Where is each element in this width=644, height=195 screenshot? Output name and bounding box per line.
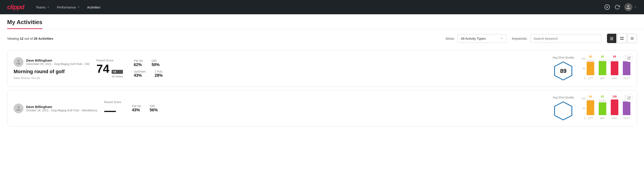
filter-bar: Viewing 12 out of 29 Activities Show: Al… [0, 29, 644, 48]
page-title: My Activities [7, 19, 42, 29]
avg-sq-label: Avg Shot Quality [552, 96, 574, 99]
card-left: Dave Billingham December 05, 2021 - Gog … [14, 57, 89, 80]
nav-links: Teams Performance Activities [33, 4, 103, 11]
round-score-group: Round Score 74 +4 18 Holes [96, 59, 123, 78]
add-icon[interactable] [604, 4, 610, 10]
activity-card: Dave Billingham December 05, 2021 - Gog … [7, 50, 637, 86]
show-label: Show: [446, 36, 455, 40]
svg-rect-12 [630, 38, 634, 38]
edit-button[interactable] [625, 94, 633, 102]
hexagon-container: Avg Shot Quality [552, 96, 574, 121]
chevron-down-icon [47, 6, 50, 9]
svg-rect-3 [610, 37, 613, 38]
navbar-left: clippd Teams Performance Activities [7, 4, 103, 11]
sub-stats: FW Hit 43% GIR 56% [132, 104, 158, 112]
data-source: Data Source: Arccos [14, 76, 89, 80]
round-score-label: Round Score [104, 100, 121, 104]
bar-col: 106 ARG [611, 95, 618, 120]
user-row: Dave Billingham December 05, 2021 - Gog … [14, 57, 89, 67]
y-axis: 100 50 0 [581, 97, 587, 120]
viewing-text: Viewing 12 out of 29 Activities [7, 36, 440, 40]
user-avatar-menu[interactable] [624, 3, 637, 11]
edit-icon [627, 56, 631, 60]
round-score-label: Round Score [96, 59, 123, 62]
activity-type-select[interactable]: All Activity Types [458, 34, 506, 43]
round-score-group: Round Score — [104, 100, 121, 116]
navbar: clippd Teams Performance Activities [0, 0, 644, 14]
page-content: My Activities Viewing 12 out of 29 Activ… [0, 14, 644, 195]
view-list-dense-button[interactable] [607, 34, 616, 43]
view-toggles [607, 34, 637, 43]
avatar [14, 57, 24, 67]
user-meta: December 05, 2021 - Gog Magog Golf Club … [26, 62, 89, 66]
list-dense-icon [610, 36, 614, 40]
gir-stat: GIR 50% [152, 59, 160, 67]
activity-title: Morning round of golf [14, 69, 89, 74]
avg-sq-label: Avg Shot Quality [552, 56, 574, 59]
keywords-filter-group: Keywords: [512, 34, 602, 43]
logo[interactable]: clippd [7, 4, 24, 11]
shot-quality-section: Avg Shot Quality 100 50 0 [552, 96, 630, 121]
score-row: — [104, 105, 121, 116]
activities-list: Dave Billingham December 05, 2021 - Gog … [0, 48, 644, 134]
hexagon-svg [553, 101, 573, 121]
svg-rect-11 [630, 37, 634, 38]
svg-rect-8 [622, 37, 624, 38]
list-icon [630, 36, 634, 40]
activity-card: Dave Billingham October 16, 2021 - Gog M… [7, 90, 637, 126]
chevron-down-icon [77, 6, 80, 9]
updown-stat: Up/Down 43% [134, 70, 146, 78]
bar-col: 90 APP [599, 55, 606, 80]
big-score: 74 [96, 63, 109, 74]
show-filter-group: Show: All Activity Types [446, 34, 506, 43]
hexagon [553, 101, 573, 121]
avatar[interactable] [624, 3, 632, 11]
search-input[interactable] [530, 34, 602, 43]
grid-icon [620, 36, 624, 40]
svg-rect-4 [610, 38, 613, 38]
card-left: Dave Billingham October 16, 2021 - Gog M… [14, 104, 97, 113]
user-name: Dave Billingham [26, 58, 89, 62]
user-row: Dave Billingham October 16, 2021 - Gog M… [14, 104, 97, 113]
nav-item-teams[interactable]: Teams [33, 4, 52, 11]
svg-rect-13 [630, 39, 634, 40]
nav-item-activities[interactable]: Activities [84, 4, 103, 11]
card-stats: Round Score — FW Hit 43% GIR [104, 100, 545, 116]
bar-col: 85 OTT [587, 55, 594, 80]
fw-hit-stat: FW Hit 43% [132, 104, 141, 112]
bar-chart: 100 50 0 85 OTT 90 [581, 57, 630, 80]
svg-rect-9 [620, 39, 622, 40]
score-badge: +4 [112, 70, 123, 74]
gir-stat: GIR 56% [150, 104, 158, 112]
fw-hit-stat: FW Hit 62% [134, 59, 142, 67]
svg-rect-6 [610, 40, 613, 40]
hexagon-value: 89 [560, 68, 566, 74]
bar-col: 94 OTT [587, 95, 594, 120]
big-score: — [104, 105, 116, 116]
shot-quality-section: Avg Shot Quality 89 100 50 0 [552, 56, 630, 81]
edit-button[interactable] [625, 54, 633, 62]
score-row: 74 +4 18 Holes [96, 63, 123, 78]
edit-icon [627, 96, 631, 100]
bar-col: 82 APP [599, 95, 606, 120]
hexagon: 89 [553, 61, 573, 81]
nav-item-performance[interactable]: Performance [54, 4, 83, 11]
one-putt-stat: 1 Putt 28% [155, 70, 163, 78]
svg-rect-5 [610, 39, 613, 39]
svg-marker-15 [555, 102, 572, 120]
navbar-right [604, 3, 637, 11]
view-list-button[interactable] [628, 34, 637, 43]
user-meta: October 16, 2021 - Gog Magog Golf Club -… [26, 109, 97, 112]
view-grid-button[interactable] [617, 34, 626, 43]
page-header: My Activities [0, 14, 644, 29]
chevron-down-icon [500, 37, 503, 40]
avatar [14, 104, 24, 113]
bar-col: 89 ARG [611, 55, 618, 80]
refresh-icon[interactable] [614, 4, 620, 10]
card-stats: Round Score 74 +4 18 Holes FW Hit 62% [96, 59, 545, 78]
svg-rect-10 [622, 39, 624, 40]
sub-stats: FW Hit 62% GIR 50% Up/Down 43% 1 Pu [134, 59, 163, 78]
chevron-down-icon [634, 6, 637, 9]
user-info: Dave Billingham December 05, 2021 - Gog … [26, 58, 89, 66]
user-info: Dave Billingham October 16, 2021 - Gog M… [26, 105, 97, 112]
